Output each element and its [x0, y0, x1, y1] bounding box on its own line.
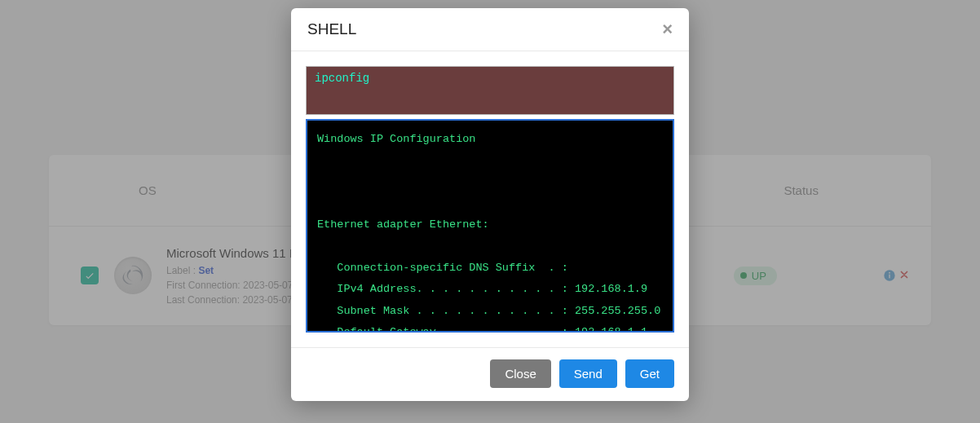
close-icon[interactable]: ×	[662, 20, 673, 38]
shell-output[interactable]: Windows IP Configuration Ethernet adapte…	[306, 119, 674, 333]
modal-body: Windows IP Configuration Ethernet adapte…	[291, 51, 689, 339]
close-button[interactable]: Close	[490, 359, 550, 388]
modal-title: SHELL	[307, 20, 356, 38]
shell-modal: SHELL × Windows IP Configuration Etherne…	[291, 8, 689, 401]
modal-footer: Close Send Get	[291, 347, 689, 401]
get-button[interactable]: Get	[625, 359, 674, 388]
send-button[interactable]: Send	[559, 359, 617, 388]
shell-command-input[interactable]	[306, 66, 674, 115]
modal-header: SHELL ×	[291, 8, 689, 51]
